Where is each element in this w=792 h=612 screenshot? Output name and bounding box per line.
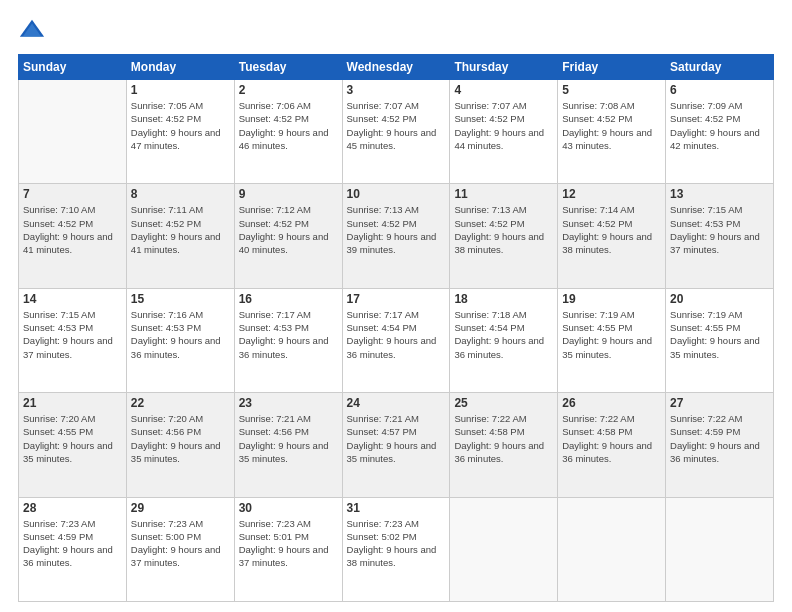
day-number: 30: [239, 501, 338, 515]
calendar-cell: 6Sunrise: 7:09 AMSunset: 4:52 PMDaylight…: [666, 80, 774, 184]
weekday-tuesday: Tuesday: [234, 55, 342, 80]
day-info: Sunrise: 7:11 AMSunset: 4:52 PMDaylight:…: [131, 203, 230, 256]
header: [18, 18, 774, 46]
calendar-cell: [450, 497, 558, 601]
day-number: 17: [347, 292, 446, 306]
weekday-sunday: Sunday: [19, 55, 127, 80]
day-number: 13: [670, 187, 769, 201]
calendar-cell: 8Sunrise: 7:11 AMSunset: 4:52 PMDaylight…: [126, 184, 234, 288]
day-number: 10: [347, 187, 446, 201]
weekday-wednesday: Wednesday: [342, 55, 450, 80]
day-info: Sunrise: 7:12 AMSunset: 4:52 PMDaylight:…: [239, 203, 338, 256]
day-number: 5: [562, 83, 661, 97]
calendar-cell: 26Sunrise: 7:22 AMSunset: 4:58 PMDayligh…: [558, 393, 666, 497]
day-info: Sunrise: 7:20 AMSunset: 4:56 PMDaylight:…: [131, 412, 230, 465]
day-info: Sunrise: 7:18 AMSunset: 4:54 PMDaylight:…: [454, 308, 553, 361]
day-info: Sunrise: 7:07 AMSunset: 4:52 PMDaylight:…: [454, 99, 553, 152]
calendar-cell: 13Sunrise: 7:15 AMSunset: 4:53 PMDayligh…: [666, 184, 774, 288]
calendar-cell: 12Sunrise: 7:14 AMSunset: 4:52 PMDayligh…: [558, 184, 666, 288]
calendar-cell: 16Sunrise: 7:17 AMSunset: 4:53 PMDayligh…: [234, 288, 342, 392]
calendar-cell: 2Sunrise: 7:06 AMSunset: 4:52 PMDaylight…: [234, 80, 342, 184]
calendar-cell: 29Sunrise: 7:23 AMSunset: 5:00 PMDayligh…: [126, 497, 234, 601]
day-info: Sunrise: 7:08 AMSunset: 4:52 PMDaylight:…: [562, 99, 661, 152]
calendar-cell: 18Sunrise: 7:18 AMSunset: 4:54 PMDayligh…: [450, 288, 558, 392]
day-number: 14: [23, 292, 122, 306]
day-info: Sunrise: 7:21 AMSunset: 4:57 PMDaylight:…: [347, 412, 446, 465]
day-number: 25: [454, 396, 553, 410]
calendar-row-3: 14Sunrise: 7:15 AMSunset: 4:53 PMDayligh…: [19, 288, 774, 392]
calendar-cell: 22Sunrise: 7:20 AMSunset: 4:56 PMDayligh…: [126, 393, 234, 497]
weekday-saturday: Saturday: [666, 55, 774, 80]
calendar-cell: 1Sunrise: 7:05 AMSunset: 4:52 PMDaylight…: [126, 80, 234, 184]
day-number: 6: [670, 83, 769, 97]
day-number: 19: [562, 292, 661, 306]
day-info: Sunrise: 7:19 AMSunset: 4:55 PMDaylight:…: [670, 308, 769, 361]
calendar-cell: 19Sunrise: 7:19 AMSunset: 4:55 PMDayligh…: [558, 288, 666, 392]
calendar-cell: 17Sunrise: 7:17 AMSunset: 4:54 PMDayligh…: [342, 288, 450, 392]
day-number: 24: [347, 396, 446, 410]
calendar-cell: 7Sunrise: 7:10 AMSunset: 4:52 PMDaylight…: [19, 184, 127, 288]
calendar-cell: [19, 80, 127, 184]
day-info: Sunrise: 7:19 AMSunset: 4:55 PMDaylight:…: [562, 308, 661, 361]
day-number: 20: [670, 292, 769, 306]
calendar-cell: 27Sunrise: 7:22 AMSunset: 4:59 PMDayligh…: [666, 393, 774, 497]
day-info: Sunrise: 7:09 AMSunset: 4:52 PMDaylight:…: [670, 99, 769, 152]
day-number: 23: [239, 396, 338, 410]
day-info: Sunrise: 7:13 AMSunset: 4:52 PMDaylight:…: [454, 203, 553, 256]
calendar-cell: 14Sunrise: 7:15 AMSunset: 4:53 PMDayligh…: [19, 288, 127, 392]
day-number: 28: [23, 501, 122, 515]
day-info: Sunrise: 7:22 AMSunset: 4:58 PMDaylight:…: [562, 412, 661, 465]
day-number: 29: [131, 501, 230, 515]
calendar-cell: 24Sunrise: 7:21 AMSunset: 4:57 PMDayligh…: [342, 393, 450, 497]
day-number: 31: [347, 501, 446, 515]
day-info: Sunrise: 7:22 AMSunset: 4:58 PMDaylight:…: [454, 412, 553, 465]
calendar-row-2: 7Sunrise: 7:10 AMSunset: 4:52 PMDaylight…: [19, 184, 774, 288]
day-info: Sunrise: 7:07 AMSunset: 4:52 PMDaylight:…: [347, 99, 446, 152]
day-number: 1: [131, 83, 230, 97]
day-info: Sunrise: 7:23 AMSunset: 5:01 PMDaylight:…: [239, 517, 338, 570]
day-info: Sunrise: 7:14 AMSunset: 4:52 PMDaylight:…: [562, 203, 661, 256]
day-info: Sunrise: 7:17 AMSunset: 4:53 PMDaylight:…: [239, 308, 338, 361]
day-number: 9: [239, 187, 338, 201]
day-number: 16: [239, 292, 338, 306]
day-info: Sunrise: 7:16 AMSunset: 4:53 PMDaylight:…: [131, 308, 230, 361]
weekday-friday: Friday: [558, 55, 666, 80]
calendar-cell: 21Sunrise: 7:20 AMSunset: 4:55 PMDayligh…: [19, 393, 127, 497]
day-info: Sunrise: 7:06 AMSunset: 4:52 PMDaylight:…: [239, 99, 338, 152]
day-number: 27: [670, 396, 769, 410]
day-info: Sunrise: 7:13 AMSunset: 4:52 PMDaylight:…: [347, 203, 446, 256]
day-number: 4: [454, 83, 553, 97]
calendar-cell: 20Sunrise: 7:19 AMSunset: 4:55 PMDayligh…: [666, 288, 774, 392]
calendar-cell: 23Sunrise: 7:21 AMSunset: 4:56 PMDayligh…: [234, 393, 342, 497]
day-info: Sunrise: 7:23 AMSunset: 5:02 PMDaylight:…: [347, 517, 446, 570]
calendar-cell: [558, 497, 666, 601]
day-number: 18: [454, 292, 553, 306]
calendar-cell: 3Sunrise: 7:07 AMSunset: 4:52 PMDaylight…: [342, 80, 450, 184]
day-number: 21: [23, 396, 122, 410]
day-info: Sunrise: 7:05 AMSunset: 4:52 PMDaylight:…: [131, 99, 230, 152]
day-number: 26: [562, 396, 661, 410]
day-number: 11: [454, 187, 553, 201]
page: SundayMondayTuesdayWednesdayThursdayFrid…: [0, 0, 792, 612]
calendar-cell: 28Sunrise: 7:23 AMSunset: 4:59 PMDayligh…: [19, 497, 127, 601]
calendar-cell: 31Sunrise: 7:23 AMSunset: 5:02 PMDayligh…: [342, 497, 450, 601]
calendar-cell: 11Sunrise: 7:13 AMSunset: 4:52 PMDayligh…: [450, 184, 558, 288]
calendar-cell: 10Sunrise: 7:13 AMSunset: 4:52 PMDayligh…: [342, 184, 450, 288]
day-info: Sunrise: 7:15 AMSunset: 4:53 PMDaylight:…: [23, 308, 122, 361]
logo-icon: [18, 18, 46, 46]
day-info: Sunrise: 7:15 AMSunset: 4:53 PMDaylight:…: [670, 203, 769, 256]
day-info: Sunrise: 7:17 AMSunset: 4:54 PMDaylight:…: [347, 308, 446, 361]
day-number: 15: [131, 292, 230, 306]
day-info: Sunrise: 7:21 AMSunset: 4:56 PMDaylight:…: [239, 412, 338, 465]
calendar-cell: 30Sunrise: 7:23 AMSunset: 5:01 PMDayligh…: [234, 497, 342, 601]
calendar-table: SundayMondayTuesdayWednesdayThursdayFrid…: [18, 54, 774, 602]
day-info: Sunrise: 7:22 AMSunset: 4:59 PMDaylight:…: [670, 412, 769, 465]
calendar-row-4: 21Sunrise: 7:20 AMSunset: 4:55 PMDayligh…: [19, 393, 774, 497]
calendar-cell: 15Sunrise: 7:16 AMSunset: 4:53 PMDayligh…: [126, 288, 234, 392]
day-number: 8: [131, 187, 230, 201]
calendar-cell: [666, 497, 774, 601]
calendar-row-1: 1Sunrise: 7:05 AMSunset: 4:52 PMDaylight…: [19, 80, 774, 184]
day-info: Sunrise: 7:23 AMSunset: 5:00 PMDaylight:…: [131, 517, 230, 570]
logo: [18, 18, 50, 46]
calendar-row-5: 28Sunrise: 7:23 AMSunset: 4:59 PMDayligh…: [19, 497, 774, 601]
